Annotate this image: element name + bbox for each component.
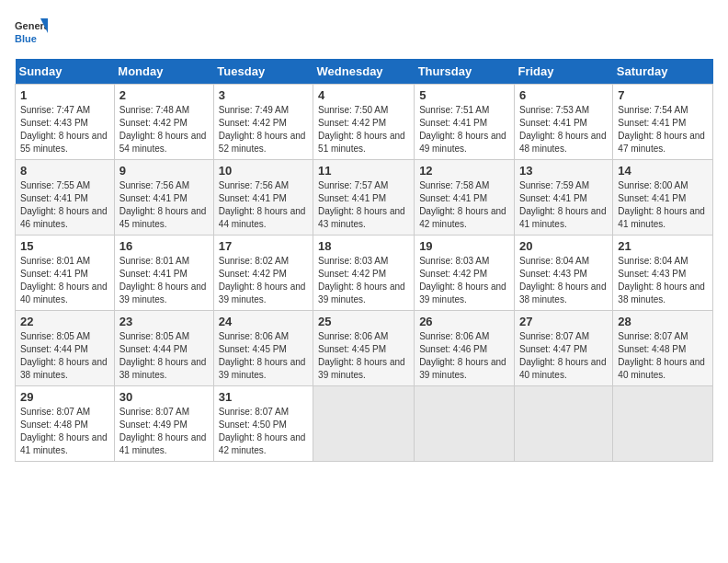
day-info: Sunrise: 8:07 AMSunset: 4:49 PMDaylight:… — [119, 407, 207, 455]
logo-icon: General Blue — [15, 15, 48, 48]
calendar-cell: 6 Sunrise: 7:53 AMSunset: 4:41 PMDayligh… — [514, 85, 612, 160]
calendar-cell: 8 Sunrise: 7:55 AMSunset: 4:41 PMDayligh… — [16, 160, 115, 236]
day-info: Sunrise: 7:56 AMSunset: 4:41 PMDaylight:… — [119, 180, 207, 229]
calendar-week-row: 15 Sunrise: 8:01 AMSunset: 4:41 PMDaylig… — [16, 236, 713, 311]
day-number: 18 — [318, 239, 409, 253]
calendar-cell: 3 Sunrise: 7:49 AMSunset: 4:42 PMDayligh… — [213, 85, 313, 160]
calendar-cell: 15 Sunrise: 8:01 AMSunset: 4:41 PMDaylig… — [16, 236, 115, 311]
day-number: 20 — [519, 239, 608, 253]
calendar-cell: 16 Sunrise: 8:01 AMSunset: 4:41 PMDaylig… — [114, 236, 213, 311]
day-info: Sunrise: 7:50 AMSunset: 4:42 PMDaylight:… — [318, 105, 405, 154]
day-number: 6 — [519, 88, 608, 102]
day-number: 12 — [419, 164, 509, 178]
day-info: Sunrise: 8:07 AMSunset: 4:47 PMDaylight:… — [519, 331, 607, 380]
calendar-cell: 1 Sunrise: 7:47 AMSunset: 4:43 PMDayligh… — [16, 85, 115, 160]
day-number: 19 — [419, 239, 509, 253]
day-number: 3 — [219, 88, 308, 102]
day-info: Sunrise: 7:49 AMSunset: 4:42 PMDaylight:… — [219, 105, 306, 154]
day-info: Sunrise: 7:53 AMSunset: 4:41 PMDaylight:… — [519, 105, 607, 154]
day-number: 7 — [618, 88, 708, 102]
day-info: Sunrise: 8:06 AMSunset: 4:45 PMDaylight:… — [219, 331, 306, 380]
calendar-cell: 20 Sunrise: 8:04 AMSunset: 4:43 PMDaylig… — [514, 236, 612, 311]
day-number: 10 — [219, 164, 308, 178]
calendar-cell: 26 Sunrise: 8:06 AMSunset: 4:46 PMDaylig… — [415, 311, 515, 386]
calendar-cell: 19 Sunrise: 8:03 AMSunset: 4:42 PMDaylig… — [415, 236, 515, 311]
day-number: 24 — [219, 315, 308, 328]
calendar-cell — [514, 386, 612, 462]
calendar-header-row: SundayMondayTuesdayWednesdayThursdayFrid… — [16, 59, 713, 85]
weekday-header-tuesday: Tuesday — [213, 59, 313, 85]
day-number: 14 — [618, 164, 708, 178]
day-number: 11 — [318, 164, 409, 178]
day-info: Sunrise: 7:47 AMSunset: 4:43 PMDaylight:… — [20, 105, 108, 154]
day-info: Sunrise: 8:06 AMSunset: 4:45 PMDaylight:… — [318, 331, 405, 380]
calendar-cell: 2 Sunrise: 7:48 AMSunset: 4:42 PMDayligh… — [114, 85, 213, 160]
day-info: Sunrise: 8:03 AMSunset: 4:42 PMDaylight:… — [419, 256, 506, 304]
calendar-cell: 7 Sunrise: 7:54 AMSunset: 4:41 PMDayligh… — [613, 85, 713, 160]
svg-text:Blue: Blue — [15, 33, 37, 44]
calendar-cell: 24 Sunrise: 8:06 AMSunset: 4:45 PMDaylig… — [213, 311, 313, 386]
day-info: Sunrise: 8:02 AMSunset: 4:42 PMDaylight:… — [219, 256, 306, 304]
day-number: 29 — [20, 390, 109, 404]
day-number: 4 — [318, 88, 409, 102]
day-number: 15 — [20, 239, 109, 253]
day-info: Sunrise: 8:06 AMSunset: 4:46 PMDaylight:… — [419, 331, 506, 380]
calendar-cell — [613, 386, 713, 462]
weekday-header-friday: Friday — [514, 59, 612, 85]
calendar-cell: 27 Sunrise: 8:07 AMSunset: 4:47 PMDaylig… — [514, 311, 612, 386]
calendar-cell — [313, 386, 415, 462]
calendar-cell: 17 Sunrise: 8:02 AMSunset: 4:42 PMDaylig… — [213, 236, 313, 311]
calendar-cell: 10 Sunrise: 7:56 AMSunset: 4:41 PMDaylig… — [213, 160, 313, 236]
calendar-cell: 25 Sunrise: 8:06 AMSunset: 4:45 PMDaylig… — [313, 311, 415, 386]
day-number: 21 — [618, 239, 708, 253]
calendar-cell: 23 Sunrise: 8:05 AMSunset: 4:44 PMDaylig… — [114, 311, 213, 386]
calendar-cell: 22 Sunrise: 8:05 AMSunset: 4:44 PMDaylig… — [16, 311, 115, 386]
day-info: Sunrise: 8:07 AMSunset: 4:50 PMDaylight:… — [219, 407, 306, 455]
calendar-week-row: 8 Sunrise: 7:55 AMSunset: 4:41 PMDayligh… — [16, 160, 713, 236]
day-info: Sunrise: 7:54 AMSunset: 4:41 PMDaylight:… — [618, 105, 705, 154]
weekday-header-wednesday: Wednesday — [313, 59, 415, 85]
calendar-table: SundayMondayTuesdayWednesdayThursdayFrid… — [15, 59, 713, 462]
calendar-cell: 30 Sunrise: 8:07 AMSunset: 4:49 PMDaylig… — [114, 386, 213, 462]
day-number: 16 — [119, 239, 209, 253]
calendar-cell: 4 Sunrise: 7:50 AMSunset: 4:42 PMDayligh… — [313, 85, 415, 160]
day-number: 25 — [318, 315, 409, 328]
day-number: 2 — [119, 88, 209, 102]
calendar-cell: 31 Sunrise: 8:07 AMSunset: 4:50 PMDaylig… — [213, 386, 313, 462]
day-number: 1 — [20, 88, 109, 102]
day-number: 13 — [519, 164, 608, 178]
calendar-cell: 29 Sunrise: 8:07 AMSunset: 4:48 PMDaylig… — [16, 386, 115, 462]
calendar-cell — [415, 386, 515, 462]
calendar-cell: 9 Sunrise: 7:56 AMSunset: 4:41 PMDayligh… — [114, 160, 213, 236]
calendar-week-row: 22 Sunrise: 8:05 AMSunset: 4:44 PMDaylig… — [16, 311, 713, 386]
day-number: 26 — [419, 315, 509, 328]
weekday-header-thursday: Thursday — [415, 59, 515, 85]
day-info: Sunrise: 7:55 AMSunset: 4:41 PMDaylight:… — [20, 180, 108, 229]
day-info: Sunrise: 8:03 AMSunset: 4:42 PMDaylight:… — [318, 256, 405, 304]
day-number: 30 — [119, 390, 209, 404]
day-number: 17 — [219, 239, 308, 253]
calendar-week-row: 29 Sunrise: 8:07 AMSunset: 4:48 PMDaylig… — [16, 386, 713, 462]
day-info: Sunrise: 8:07 AMSunset: 4:48 PMDaylight:… — [20, 407, 108, 455]
day-info: Sunrise: 8:00 AMSunset: 4:41 PMDaylight:… — [618, 180, 705, 229]
day-number: 31 — [219, 390, 308, 404]
day-info: Sunrise: 8:01 AMSunset: 4:41 PMDaylight:… — [20, 256, 108, 304]
day-number: 27 — [519, 315, 608, 328]
day-number: 8 — [20, 164, 109, 178]
day-number: 5 — [419, 88, 509, 102]
calendar-cell: 12 Sunrise: 7:58 AMSunset: 4:41 PMDaylig… — [415, 160, 515, 236]
day-info: Sunrise: 8:01 AMSunset: 4:41 PMDaylight:… — [119, 256, 207, 304]
calendar-cell: 21 Sunrise: 8:04 AMSunset: 4:43 PMDaylig… — [613, 236, 713, 311]
day-number: 28 — [618, 315, 708, 328]
day-info: Sunrise: 8:04 AMSunset: 4:43 PMDaylight:… — [519, 256, 607, 304]
day-info: Sunrise: 8:05 AMSunset: 4:44 PMDaylight:… — [20, 331, 108, 380]
calendar-cell: 28 Sunrise: 8:07 AMSunset: 4:48 PMDaylig… — [613, 311, 713, 386]
calendar-week-row: 1 Sunrise: 7:47 AMSunset: 4:43 PMDayligh… — [16, 85, 713, 160]
day-info: Sunrise: 7:57 AMSunset: 4:41 PMDaylight:… — [318, 180, 405, 229]
weekday-header-saturday: Saturday — [613, 59, 713, 85]
day-info: Sunrise: 7:48 AMSunset: 4:42 PMDaylight:… — [119, 105, 207, 154]
weekday-header-sunday: Sunday — [16, 59, 115, 85]
day-number: 9 — [119, 164, 209, 178]
day-info: Sunrise: 7:51 AMSunset: 4:41 PMDaylight:… — [419, 105, 506, 154]
day-info: Sunrise: 7:56 AMSunset: 4:41 PMDaylight:… — [219, 180, 306, 229]
